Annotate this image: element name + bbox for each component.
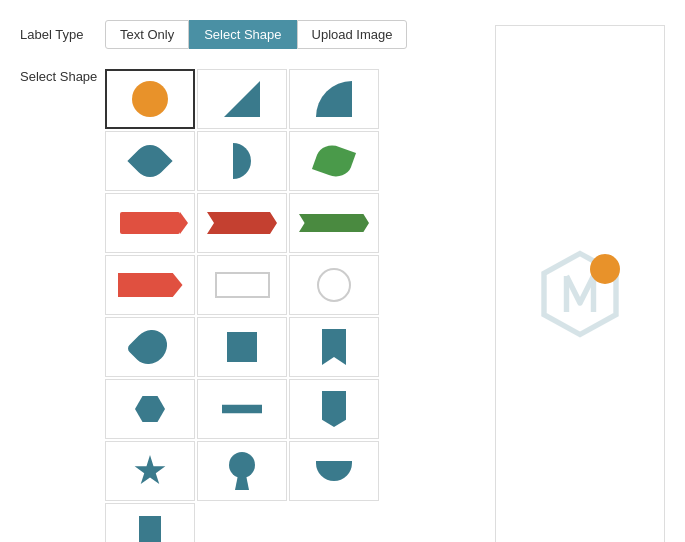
banner-red-icon — [120, 212, 180, 234]
shape-bookmark-bottom[interactable] — [289, 379, 379, 439]
bookmark-single-icon — [139, 516, 161, 542]
shape-square[interactable] — [197, 317, 287, 377]
award-icon — [228, 452, 256, 490]
shape-grid — [105, 69, 379, 542]
shape-half-circle[interactable] — [197, 131, 287, 191]
shape-bookmark-top[interactable] — [289, 317, 379, 377]
preview-content — [535, 249, 625, 339]
shape-banner-red-arrow[interactable] — [197, 193, 287, 253]
leaf-green-icon — [312, 141, 356, 182]
rect-outline-icon — [215, 272, 270, 298]
shape-minus[interactable] — [197, 379, 287, 439]
shape-circle[interactable] — [105, 69, 195, 129]
label-type-label: Label Type — [20, 27, 105, 42]
shape-hexagon[interactable] — [105, 379, 195, 439]
banner-red-arrow-icon — [207, 212, 277, 234]
bookmark-bottom-icon — [322, 391, 346, 427]
shape-smile[interactable] — [289, 441, 379, 501]
preview-circle — [590, 254, 620, 284]
shape-bookmark-single[interactable] — [105, 503, 195, 542]
bookmark-top-icon — [322, 329, 346, 365]
select-shape-section: Select Shape — [20, 69, 475, 542]
shape-seal[interactable] — [105, 441, 195, 501]
label-type-buttons: Text Only Select Shape Upload Image — [105, 20, 407, 49]
circle-outline-icon — [317, 268, 351, 302]
preview-panel — [495, 25, 665, 542]
teardrop-icon — [126, 323, 174, 371]
shape-circle-outline[interactable] — [289, 255, 379, 315]
shape-leaf-left[interactable] — [105, 131, 195, 191]
banner-green-icon — [299, 214, 369, 232]
hexagon-icon — [135, 396, 165, 422]
select-shape-button[interactable]: Select Shape — [189, 20, 296, 49]
shape-banner-green[interactable] — [289, 193, 379, 253]
half-circle-icon — [233, 143, 251, 179]
seal-icon — [134, 455, 166, 487]
circle-icon — [132, 81, 168, 117]
smile-icon — [316, 461, 352, 481]
square-icon — [227, 332, 257, 362]
minus-icon — [222, 402, 262, 416]
shape-rect-outline[interactable] — [197, 255, 287, 315]
shape-leaf-green[interactable] — [289, 131, 379, 191]
quarter-circle-br-icon — [316, 81, 352, 117]
shape-quarter-br[interactable] — [289, 69, 379, 129]
shape-teardrop[interactable] — [105, 317, 195, 377]
shape-award[interactable] — [197, 441, 287, 501]
select-shape-label: Select Shape — [20, 69, 105, 84]
quarter-circle-tr-icon — [224, 81, 260, 117]
upload-image-button[interactable]: Upload Image — [297, 20, 408, 49]
arrow-right-icon — [118, 273, 183, 297]
leaf-left-icon — [127, 138, 172, 183]
shape-banner-red[interactable] — [105, 193, 195, 253]
label-type-section: Label Type Text Only Select Shape Upload… — [20, 20, 475, 49]
shape-arrow-right[interactable] — [105, 255, 195, 315]
shape-quarter-tr[interactable] — [197, 69, 287, 129]
text-only-button[interactable]: Text Only — [105, 20, 189, 49]
